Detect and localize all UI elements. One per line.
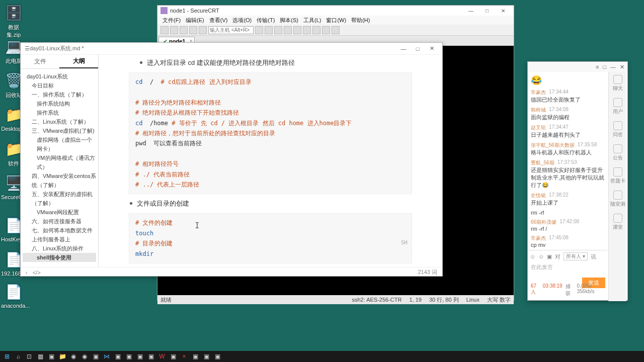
menu-edit[interactable]: 编辑(E)	[184, 17, 206, 24]
minimize-button[interactable]: —	[397, 44, 410, 54]
maximize-button[interactable]: □	[411, 44, 424, 54]
securecrt-titlebar[interactable]: node1 - SecureCRT — □ ✕	[157, 6, 514, 16]
menu-view[interactable]: 查看(V)	[207, 17, 230, 24]
explorer-icon[interactable]: 📁	[57, 352, 67, 361]
minimize-button[interactable]: —	[463, 6, 478, 15]
code-block[interactable]: cd / # cd后跟上路径 进入到对应目录 # 路径分为绝对路径和相对路径 #…	[129, 72, 412, 194]
outline-node[interactable]: 操作系统	[23, 108, 96, 117]
image-icon[interactable]: ▣	[547, 253, 552, 260]
start-button[interactable]: ⊞	[2, 352, 12, 361]
code-toggle-icon[interactable]: </>	[33, 269, 41, 276]
toolbar-icon[interactable]	[160, 26, 169, 34]
recipient-select[interactable]: 所有人 ▾	[564, 252, 588, 260]
menu-window[interactable]: 窗口(W)	[324, 17, 348, 24]
outline-node[interactable]: 五、安装配置好的虚拟机（了解）	[23, 190, 96, 208]
taskbar-app[interactable]: ▣	[212, 352, 222, 361]
desktop-icon-zip[interactable]: 🗄️教据集.zip	[1, 3, 26, 39]
outline-node[interactable]: shell指令使用	[23, 253, 96, 262]
edge-icon[interactable]: ◉	[79, 352, 90, 361]
outline-node[interactable]: 一、操作系统（了解）	[23, 90, 96, 99]
outline-node[interactable]: 七、如何将本地数据文件上传到服务器上	[23, 226, 96, 244]
toolbar-icon[interactable]	[170, 26, 178, 34]
menu-file[interactable]: 文件(F)	[160, 17, 183, 24]
chat-side-item[interactable]: 聊天	[609, 75, 626, 92]
message-input[interactable]: 在此发言	[530, 262, 605, 278]
code-block[interactable]: I # 文件的创建 touch # 目录的创建 mkdir SH	[129, 213, 412, 263]
chat-window: ≡ □ — ✕ 😂 常豪杰17:34:44德国已经全面恢复了韩梓城17:34:0…	[527, 61, 628, 301]
taskbar-app[interactable]: ▣	[168, 352, 178, 361]
taskbar-app[interactable]: ▣	[113, 352, 123, 361]
taskbar-app[interactable]: W	[157, 352, 167, 361]
menu-help[interactable]: 帮助(H)	[349, 17, 372, 24]
status-pos: 1, 19	[409, 297, 421, 303]
chat-side-item[interactable]: 用户	[609, 98, 626, 115]
toolbar-icon[interactable]	[312, 26, 320, 34]
back-icon[interactable]: ‹	[26, 269, 28, 276]
emoji-icon[interactable]: ☺	[538, 253, 544, 259]
toolbar-icon[interactable]	[274, 26, 282, 34]
emoji-icon[interactable]: ☺	[530, 253, 535, 259]
chat-side-item[interactable]: 公告	[609, 144, 626, 161]
taskbar-app[interactable]: ▣	[91, 352, 101, 361]
outline-node[interactable]: 六、如何连接服务器	[23, 217, 96, 226]
toolbar-icon[interactable]	[332, 26, 340, 34]
close-button[interactable]: ✕	[496, 6, 511, 15]
maximize-button[interactable]: □	[479, 6, 495, 15]
toolbar-icon[interactable]	[322, 26, 330, 34]
outline-node[interactable]: 操作系统结构	[23, 99, 96, 108]
toolbar-icon[interactable]	[265, 26, 273, 34]
outline-node[interactable]: 三、VMware虚拟机(了解)	[23, 126, 96, 135]
status-size: 30 行, 80 列	[429, 296, 459, 304]
securecrt-title: node1 - SecureCRT	[170, 8, 219, 14]
taskbar-app[interactable]: ▣	[124, 352, 134, 361]
menu-tools[interactable]: 工具(L)	[301, 17, 323, 24]
toolbar-icon[interactable]	[293, 26, 301, 34]
desktop-icon-anaconda[interactable]: 📄anaconda...	[1, 282, 26, 309]
host-input[interactable]	[208, 26, 254, 34]
outline-node[interactable]: 二、Linux系统（了解）	[23, 117, 96, 126]
outline-node[interactable]: 今日目标	[23, 81, 96, 90]
close-button[interactable]: ✕	[425, 44, 438, 54]
outline-node[interactable]: VM的网络模式（通讯方式）	[23, 153, 96, 171]
taskbar-app[interactable]: ▣	[46, 352, 56, 361]
outline-node[interactable]: day01-Linux系统	[23, 72, 96, 81]
close-button[interactable]: ✕	[620, 64, 624, 70]
vscode-icon[interactable]: ⋈	[102, 352, 112, 361]
outline-node[interactable]: 四、VMware安装centos系统（了解）	[23, 171, 96, 190]
menu-options[interactable]: 选项(O)	[230, 17, 254, 24]
taskbar-app[interactable]: ▣	[135, 352, 145, 361]
taskbar-app[interactable]: ▣	[201, 352, 211, 361]
chat-messages[interactable]: 😂 常豪杰17:34:44德国已经全面恢复了韩梓城17:34:08面向监狱的编程…	[528, 72, 608, 301]
chat-side-item[interactable]: 问答	[609, 121, 626, 138]
sidebar-tab-outline[interactable]: 大纲	[59, 55, 98, 68]
chat-side-item[interactable]: 课堂	[609, 214, 626, 231]
taskbar-app[interactable]: ×	[179, 352, 189, 361]
toolbar-icon[interactable]	[189, 26, 197, 34]
typora-titlebar[interactable]: ☰ day01-Linux系统.md * — □ ✕	[21, 43, 442, 55]
menu-icon[interactable]: ≡	[596, 64, 599, 70]
chat-side-item[interactable]: 答题卡	[609, 167, 626, 185]
minimize-button[interactable]: —	[610, 64, 616, 70]
outline-node[interactable]: VMware网段配置	[23, 208, 96, 217]
chat-titlebar[interactable]: ≡ □ — ✕	[528, 62, 627, 72]
search-icon[interactable]: ⌕	[13, 352, 23, 361]
toolbar-icon[interactable]	[199, 26, 207, 34]
taskbar-app[interactable]: ▣	[190, 352, 200, 361]
toolbar-icon[interactable]	[255, 26, 263, 34]
outline-node[interactable]: 八、Linux系统的操作	[23, 244, 96, 253]
toolbar-icon[interactable]	[284, 26, 292, 34]
chat-side-item[interactable]: 随堂测	[609, 191, 626, 208]
menu-transfer[interactable]: 传输(T)	[255, 17, 277, 24]
taskbar-app[interactable]: ▣	[146, 352, 156, 361]
chrome-icon[interactable]: ◉	[68, 352, 78, 361]
toolbar-icon[interactable]	[180, 26, 188, 34]
sidebar-tab-files[interactable]: 文件	[21, 55, 59, 68]
outline-node[interactable]: 虚拟网络（虚拟出一个网卡）	[23, 135, 96, 153]
taskview-icon[interactable]: ⊡	[24, 352, 34, 361]
typora-editor[interactable]: 进入对应目录 cd 建议能使用绝对路径使用绝对路径 cd / # cd后跟上路径…	[99, 55, 442, 267]
word-count[interactable]: 2143 词	[418, 268, 437, 276]
maximize-button[interactable]: □	[603, 64, 606, 70]
taskbar-app[interactable]: ▦	[35, 352, 45, 361]
toolbar-icon[interactable]	[303, 26, 311, 34]
menu-script[interactable]: 脚本(S)	[278, 17, 300, 24]
